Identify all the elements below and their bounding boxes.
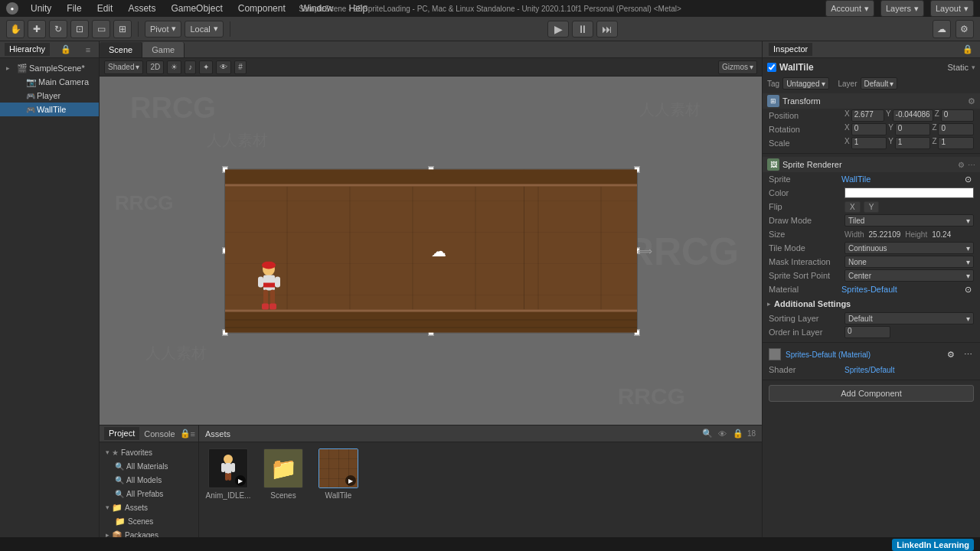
object-active-checkbox[interactable] [767, 63, 776, 72]
step-button[interactable]: ⏭ [596, 21, 618, 37]
project-tab[interactable]: Project [104, 427, 139, 440]
hier-item-walltile[interactable]: ▸ 🎮 WallTile [0, 103, 99, 116]
scale-tool-btn[interactable]: ⊡ [70, 20, 89, 38]
project-item-scenes[interactable]: 📁 Scenes [100, 514, 198, 528]
flip-btns: X Y [844, 201, 974, 213]
layers-dropdown[interactable]: Layers ▾ [880, 0, 924, 17]
sorting-layer-row: Sorting Layer Default ▾ [763, 311, 980, 325]
material-value[interactable]: Sprites-Default [841, 285, 962, 294]
shader-value[interactable]: Sprites/Default [844, 366, 974, 374]
project-item-all-prefabs[interactable]: 🔍 All Prefabs [100, 487, 198, 500]
color-swatch[interactable] [844, 187, 974, 198]
menu-gameobject[interactable]: GameObject [168, 2, 225, 15]
account-dropdown[interactable]: Account ▾ [825, 0, 874, 17]
resize-handle[interactable]: ⟺ [637, 245, 652, 257]
additional-settings-row[interactable]: ▸ Additional Settings [763, 296, 980, 311]
hierarchy-menu-icon[interactable]: ≡ [82, 44, 94, 56]
pos-y-input[interactable]: -0.044086 [893, 109, 933, 122]
sub-material-dots-icon[interactable]: ⋯ [962, 348, 974, 360]
anim-play-btn[interactable]: ▶ [235, 475, 246, 486]
2d-toggle[interactable]: 2D [146, 60, 164, 74]
layer-dropdown[interactable]: Default ▾ [861, 77, 898, 90]
hier-item-camera[interactable]: ▸ 📷 Main Camera [0, 75, 99, 89]
hand-tool-btn[interactable]: ✋ [6, 20, 24, 38]
collab-btn[interactable]: ☁ [933, 20, 951, 38]
pos-z-input[interactable]: 0 [941, 109, 974, 122]
sprite-renderer-dots-icon[interactable]: ⋯ [968, 161, 975, 169]
project-lock-icon[interactable]: 🔒 [180, 428, 191, 440]
grid-btn[interactable]: # [234, 60, 247, 74]
tile-mode-dropdown[interactable]: Continuous ▾ [844, 242, 974, 254]
sprite-renderer-settings-icon[interactable]: ⚙ [958, 161, 965, 169]
scale-y-input[interactable]: 1 [895, 137, 931, 149]
project-item-assets[interactable]: ▾ 📁 Assets [100, 500, 198, 514]
pos-x-input[interactable]: 2.677 [851, 109, 884, 122]
size-height[interactable]: 10.24 [932, 230, 951, 239]
hierarchy-tab[interactable]: Hierarchy [5, 43, 50, 56]
layout-dropdown[interactable]: Layout ▾ [930, 0, 974, 17]
console-tab[interactable]: Console [139, 428, 179, 440]
draw-mode-dropdown[interactable]: Tiled ▾ [844, 214, 974, 227]
inspector-tab[interactable]: Inspector [769, 43, 812, 56]
hier-item-scene[interactable]: ▸ 🎬 SampleScene* [0, 61, 99, 75]
gizmos-dropdown[interactable]: Gizmos ▾ [718, 60, 757, 74]
size-width[interactable]: 25.22109 [869, 230, 901, 239]
rot-z-input[interactable]: 0 [938, 123, 974, 135]
sprite-value[interactable]: WallTile [841, 174, 962, 184]
flip-x-btn[interactable]: X [844, 201, 861, 213]
local-dropdown[interactable]: Local ▾ [185, 21, 223, 37]
fx-btn[interactable]: ✦ [199, 60, 213, 74]
sort-point-dropdown[interactable]: Center ▾ [844, 269, 974, 282]
transform-tool-btn[interactable]: ⊞ [113, 20, 132, 38]
pause-button[interactable]: ⏸ [572, 21, 593, 37]
menu-component[interactable]: Component [235, 2, 289, 15]
assets-lock-icon[interactable]: 🔒 [732, 428, 744, 440]
asset-item-scenes[interactable]: 📁 Scenes [260, 448, 306, 500]
scene-view[interactable]: RRCG 人人素材 RRCG 人人素材 RRCG 人人素材 RRCG 人人素材 [100, 77, 762, 425]
scene-tab[interactable]: Scene [100, 42, 142, 57]
scale-x-input[interactable]: 1 [851, 137, 887, 149]
assets-eye-icon[interactable]: 👁 [717, 428, 729, 440]
rot-y-input[interactable]: 0 [895, 123, 931, 135]
assets-search-icon[interactable]: 🔍 [701, 428, 714, 440]
menu-edit[interactable]: Edit [94, 2, 116, 15]
hierarchy-lock-icon[interactable]: 🔒 [60, 44, 72, 56]
move-tool-btn[interactable]: ✚ [28, 20, 46, 38]
pivot-dropdown[interactable]: Pivot ▾ [145, 21, 181, 37]
shading-dropdown[interactable]: Shaded ▾ [104, 60, 143, 74]
sorting-layer-dropdown[interactable]: Default ▾ [844, 312, 974, 324]
play-button[interactable]: ▶ [547, 21, 569, 37]
mask-dropdown[interactable]: None ▾ [844, 256, 974, 268]
scene-view-btn[interactable]: 👁 [216, 60, 231, 74]
rotate-tool-btn[interactable]: ↻ [49, 20, 67, 38]
inspector-lock-icon[interactable]: 🔒 [962, 44, 974, 56]
rect-tool-btn[interactable]: ▭ [92, 20, 110, 38]
game-tab[interactable]: Game [142, 42, 185, 57]
asset-thumb-anim: ▶ [208, 448, 248, 488]
flip-y-btn[interactable]: Y [864, 201, 880, 213]
sub-material-settings-icon[interactable]: ⚙ [945, 348, 957, 360]
rotation-row: Rotation X 0 Y 0 Z 0 [763, 122, 980, 136]
menu-assets[interactable]: Assets [125, 2, 158, 15]
rot-x-input[interactable]: 0 [851, 123, 887, 135]
toolbar-right: ☁ ⚙ [933, 20, 974, 38]
add-component-button[interactable]: Add Component [769, 385, 974, 402]
asset-item-walltile[interactable]: ▶ WallTile [315, 448, 361, 500]
sprite-link-btn[interactable]: ⊙ [962, 173, 974, 185]
hier-item-player[interactable]: ▸ 🎮 Player [0, 89, 99, 103]
audio-btn[interactable]: ♪ [185, 60, 196, 74]
menu-file[interactable]: File [64, 2, 84, 15]
lighting-btn[interactable]: ☀ [167, 60, 181, 74]
project-item-all-materials[interactable]: 🔍 All Materials [100, 459, 198, 473]
order-layer-input[interactable]: 0 [844, 326, 890, 338]
project-item-all-models[interactable]: 🔍 All Models [100, 473, 198, 487]
tag-dropdown[interactable]: Untagged ▾ [782, 77, 828, 90]
services-btn[interactable]: ⚙ [956, 20, 974, 38]
asset-item-anim[interactable]: ▶ Anim_IDLE... [205, 448, 251, 500]
walltile-play-btn[interactable]: ▶ [345, 475, 356, 486]
transform-settings-icon[interactable]: ⚙ [968, 96, 975, 106]
scale-z-input[interactable]: 1 [938, 137, 974, 149]
project-item-favorites[interactable]: ▾ ★ Favorites [100, 445, 198, 459]
material-link-btn[interactable]: ⊙ [962, 283, 974, 295]
project-menu-icon[interactable]: ≡ [191, 428, 195, 440]
